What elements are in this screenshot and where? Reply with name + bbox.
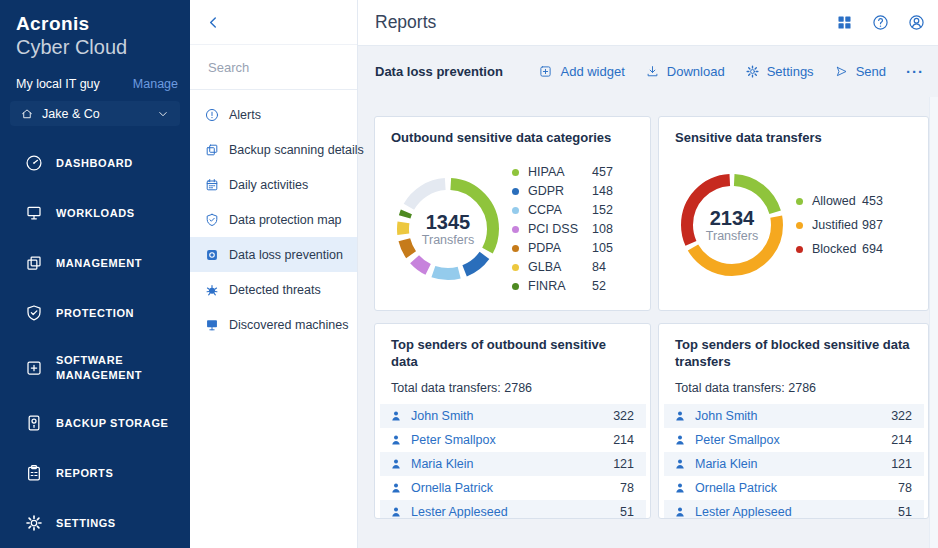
widget-top-senders-blocked: Top senders of blocked sensitive data tr…: [658, 323, 929, 519]
layered-squares-icon: [204, 142, 220, 158]
sender-value: 78: [898, 481, 912, 495]
legend-value: 148: [592, 184, 613, 198]
legend-item: PCI DSS108: [512, 220, 634, 239]
sender-row: John Smith322: [380, 404, 646, 428]
sender-value: 51: [898, 505, 912, 519]
legend-value: 453: [862, 194, 883, 208]
chevron-left-icon[interactable]: [205, 14, 222, 31]
app-window: Acronis Cyber Cloud My local IT guy Mana…: [0, 0, 938, 548]
send-plane-icon: [834, 64, 849, 79]
legend-color-dot: [512, 169, 519, 176]
total-transfers-subtitle: Total data transfers: 2786: [675, 381, 912, 395]
sender-list: John Smith322 Peter Smallpox214 Maria Kl…: [380, 404, 646, 519]
sender-name-link[interactable]: Peter Smallpox: [695, 433, 891, 447]
donut-chart-outbound-categories: 1345 Transfers: [396, 177, 500, 281]
sender-row: Peter Smallpox214: [664, 428, 924, 452]
legend-color-dot: [512, 207, 519, 214]
sender-name-link[interactable]: Maria Klein: [411, 457, 613, 471]
main-area: Reports Data loss prevention Add widget …: [358, 0, 938, 548]
sidebar-item-label: SOFTWARE MANAGEMENT: [56, 353, 182, 383]
search-row: [190, 45, 357, 90]
sender-name-link[interactable]: Maria Klein: [695, 457, 891, 471]
submenu-item-backup-scanning-details[interactable]: Backup scanning details: [190, 132, 357, 167]
submenu-item-detected-threats[interactable]: Detected threats: [190, 272, 357, 307]
add-widget-label: Add widget: [560, 64, 624, 79]
page-title: Reports: [375, 12, 835, 33]
legend-color-dot: [512, 245, 519, 252]
manage-link[interactable]: Manage: [133, 77, 178, 91]
sender-value: 214: [613, 433, 634, 447]
widget-title: Outbound sensitive data categories: [391, 130, 634, 147]
org-selector[interactable]: Jake & Co: [10, 101, 180, 126]
reports-submenu: Alerts Backup scanning details Daily act…: [190, 90, 357, 342]
sidebar-item-management[interactable]: MANAGEMENT: [0, 238, 190, 288]
submenu-item-label: Data protection map: [229, 213, 342, 227]
legend-label: Blocked: [812, 242, 862, 256]
total-transfers-subtitle: Total data transfers: 2786: [391, 381, 634, 395]
settings-button[interactable]: Settings: [745, 64, 814, 79]
report-title: Data loss prevention: [375, 64, 538, 79]
sender-value: 51: [620, 505, 634, 519]
legend-label: FINRA: [528, 279, 592, 293]
vertical-scrollbar[interactable]: [929, 97, 938, 548]
sender-value: 322: [891, 409, 912, 423]
send-button[interactable]: Send: [834, 64, 886, 79]
legend-value: 152: [592, 203, 613, 217]
legend-label: HIPAA: [528, 165, 592, 179]
legend-item: GDPR148: [512, 182, 634, 201]
submenu-item-alerts[interactable]: Alerts: [190, 97, 357, 132]
brand-logo: Acronis Cyber Cloud: [0, 0, 190, 67]
sidebar-item-dashboard[interactable]: DASHBOARD: [0, 138, 190, 188]
legend-color-dot: [796, 198, 803, 205]
sidebar-item-settings[interactable]: SETTINGS: [0, 498, 190, 548]
submenu-item-data-loss-prevention[interactable]: Data loss prevention: [190, 237, 357, 272]
download-button[interactable]: Download: [645, 64, 725, 79]
gear-icon: [24, 513, 44, 533]
apps-grid-icon[interactable]: [835, 13, 854, 32]
sender-name-link[interactable]: John Smith: [411, 409, 613, 423]
sender-value: 322: [613, 409, 634, 423]
org-selector-value: Jake & Co: [42, 107, 148, 121]
sidebar-item-software-management[interactable]: SOFTWARE MANAGEMENT: [0, 338, 190, 398]
sender-name-link[interactable]: Ornella Patrick: [695, 481, 898, 495]
sender-row: Maria Klein121: [380, 452, 646, 476]
donut-center: 2134 Transfers: [680, 173, 784, 277]
sidebar-item-backup-storage[interactable]: BACKUP STORAGE: [0, 398, 190, 448]
sender-name-link[interactable]: Peter Smallpox: [411, 433, 613, 447]
more-options-button[interactable]: ···: [906, 63, 924, 80]
brand-name: Acronis: [16, 13, 174, 35]
sender-row: Ornella Patrick78: [380, 476, 646, 500]
gear-icon: [745, 64, 760, 79]
calendar-icon: [204, 177, 220, 193]
sender-name-link[interactable]: Lester Appleseed: [411, 505, 620, 519]
add-widget-button[interactable]: Add widget: [538, 64, 624, 79]
sidebar-item-reports[interactable]: REPORTS: [0, 448, 190, 498]
search-input[interactable]: [206, 59, 341, 76]
total-transfers-label: Transfers: [706, 229, 758, 243]
sidebar-item-label: MANAGEMENT: [56, 256, 142, 271]
sender-value: 78: [620, 481, 634, 495]
sidebar-item-protection[interactable]: PROTECTION: [0, 288, 190, 338]
total-transfers-value: 1345: [426, 211, 471, 233]
send-label: Send: [856, 64, 886, 79]
widget-top-senders-outbound: Top senders of outbound sensitive data T…: [374, 323, 651, 519]
submenu-item-label: Detected threats: [229, 283, 321, 297]
submenu-item-discovered-machines[interactable]: Discovered machines: [190, 307, 357, 342]
account-icon[interactable]: [907, 13, 926, 32]
sender-name-link[interactable]: Lester Appleseed: [695, 505, 898, 519]
sidebar-item-workloads[interactable]: WORKLOADS: [0, 188, 190, 238]
sender-name-link[interactable]: John Smith: [695, 409, 891, 423]
submenu-item-data-protection-map[interactable]: Data protection map: [190, 202, 357, 237]
legend-item: GLBA84: [512, 258, 634, 277]
person-icon: [673, 409, 687, 423]
legend-label: CCPA: [528, 203, 592, 217]
help-icon[interactable]: [871, 13, 890, 32]
legend-color-dot: [512, 226, 519, 233]
alert-circle-icon: [204, 107, 220, 123]
submenu-item-daily-activities[interactable]: Daily activities: [190, 167, 357, 202]
sidebar-nav: DASHBOARD WORKLOADS MANAGEMENT PROTECTIO…: [0, 138, 190, 548]
clipboard-report-icon: [24, 463, 44, 483]
sidebar-item-label: DASHBOARD: [56, 156, 133, 171]
legend-item: Allowed453: [796, 189, 912, 213]
sender-name-link[interactable]: Ornella Patrick: [411, 481, 620, 495]
